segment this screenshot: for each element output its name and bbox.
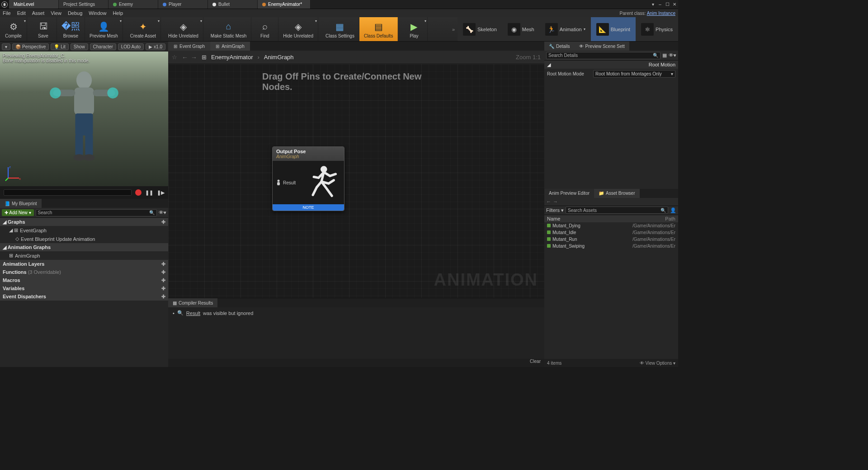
tab-details[interactable]: 🔧 Details — [544, 42, 575, 51]
output-pose-node[interactable]: Output Pose AnimGraph Result NOTE — [272, 146, 344, 211]
vp-perspective[interactable]: 📦 Perspective — [12, 43, 49, 50]
vp-speed[interactable]: ▶ x1.0 — [146, 43, 165, 50]
tab-animgraph[interactable]: ⊞ AnimGraph — [210, 42, 250, 51]
asset-search[interactable]: Search Assets🔍 — [566, 207, 668, 214]
section-dispatchers[interactable]: Event Dispatchers✚ — [0, 292, 168, 301]
section-anim-graphs[interactable]: ◢ Animation Graphs — [0, 243, 168, 251]
menu-view[interactable]: View — [51, 10, 61, 16]
my-blueprint-tab[interactable]: 📘 My Blueprint — [0, 199, 42, 208]
viewport[interactable]: Previewing EnemyAnimator_C. Bone manipul… — [0, 52, 168, 186]
add-variable-icon[interactable]: ✚ — [161, 286, 165, 291]
tab-project-settings[interactable]: Project Settings — [59, 0, 108, 9]
save-button[interactable]: 🖫Save — [30, 17, 57, 41]
nav-back[interactable]: ← — [546, 199, 551, 204]
asset-row[interactable]: Mutant_Dying/Game/Animations/Er — [544, 222, 678, 229]
eye-icon[interactable]: 👁▾ — [159, 210, 166, 216]
mode-mesh[interactable]: ◉Mesh — [502, 17, 540, 41]
tab-event-graph[interactable]: ⊞ Event Graph — [168, 42, 210, 51]
tab-mainlevel[interactable]: MainLevel — [9, 0, 59, 9]
details-search[interactable]: Search Details🔍 — [546, 52, 660, 59]
clear-button[interactable]: Clear — [530, 359, 541, 367]
item-event-update-anim[interactable]: ◇ Event Blueprint Update Animation — [0, 235, 168, 243]
play-button[interactable]: ▾▶Play — [401, 17, 428, 41]
timeline-track[interactable] — [4, 189, 132, 196]
maximize-icon[interactable]: ☐ — [664, 0, 671, 9]
bc-root[interactable]: EnemyAnimator — [211, 54, 253, 61]
chevron-down-icon[interactable]: ▾ — [649, 0, 656, 9]
tab-preview-scene[interactable]: 👁 Preview Scene Sett — [575, 42, 629, 51]
section-macros[interactable]: Macros✚ — [0, 276, 168, 284]
vp-lit[interactable]: 💡 Lit — [51, 43, 69, 50]
asset-row[interactable]: Mutant_Idle/Game/Animations/Er — [544, 229, 678, 236]
tab-asset-browser[interactable]: 📁 Asset Browser — [594, 189, 639, 198]
nav-fwd[interactable]: → — [553, 199, 558, 204]
close-icon[interactable]: ✕ — [671, 0, 678, 9]
find-button[interactable]: ⌕Find — [251, 17, 278, 41]
section-anim-layers[interactable]: Animation Layers✚ — [0, 260, 168, 268]
add-layer-icon[interactable]: ✚ — [161, 261, 165, 267]
filters-button[interactable]: Filters ▾ — [546, 207, 564, 213]
root-motion-section[interactable]: ◢ Root Motion — [544, 61, 678, 69]
graph-canvas[interactable]: Drag Off Pins to Create/Connect New Node… — [168, 64, 544, 298]
nav-fwd[interactable]: → — [191, 54, 197, 61]
step-button[interactable]: ❚▶ — [157, 190, 165, 196]
parent-class-link[interactable]: Anim Instance — [647, 11, 675, 16]
compile-button[interactable]: ▾⚙Compile — [0, 17, 27, 41]
item-eventgraph[interactable]: ◢ ⊞ EventGraph — [0, 226, 168, 235]
menu-help[interactable]: Help — [113, 10, 123, 16]
mode-animation[interactable]: 🏃Animation▾ — [540, 17, 591, 41]
add-new-button[interactable]: ✚ Add New ▾ — [2, 209, 34, 216]
add-dispatcher-icon[interactable]: ✚ — [161, 294, 165, 300]
result-pin[interactable]: Result — [273, 179, 299, 186]
minimize-icon[interactable]: – — [656, 0, 664, 9]
create-asset-button[interactable]: ▾✦Create Asset — [126, 17, 161, 41]
tab-enemyanimator[interactable]: EnemyAnimator* — [258, 0, 311, 9]
eye-icon[interactable]: 👁▾ — [669, 52, 676, 58]
section-functions[interactable]: Functions (3 Overridable)✚ — [0, 268, 168, 276]
favorite-icon[interactable]: ☆ — [172, 54, 177, 61]
section-graphs[interactable]: ◢ Graphs✚ — [0, 218, 168, 226]
section-variables[interactable]: Variables✚ — [0, 284, 168, 292]
make-static-mesh-button[interactable]: ⌂Make Static Mesh — [206, 17, 251, 41]
hide-unrelated-button[interactable]: ▾◈Hide Unrelated — [164, 17, 203, 41]
menu-window[interactable]: Window — [89, 10, 106, 16]
compiler-results-tab[interactable]: ▦ Compiler Results — [168, 298, 217, 307]
svg-rect-8 — [75, 134, 83, 156]
pause-button[interactable]: ❚❚ — [145, 190, 153, 196]
mode-skeleton[interactable]: 🦴Skeleton — [458, 17, 502, 41]
grid-icon[interactable]: ▦ — [662, 52, 667, 58]
tab-anim-preview-editor[interactable]: Anim Preview Editor — [544, 189, 594, 198]
tab-enemy[interactable]: Enemy — [108, 0, 158, 9]
menu-edit[interactable]: Edit — [17, 10, 26, 16]
add-graph-icon[interactable]: ✚ — [161, 219, 165, 225]
asset-row[interactable]: Mutant_Run/Game/Animations/Er — [544, 236, 678, 243]
person-icon[interactable]: 👤 — [670, 207, 676, 213]
class-settings-button[interactable]: ▦Class Settings — [321, 17, 359, 41]
vp-character[interactable]: Character — [90, 43, 116, 50]
add-function-icon[interactable]: ✚ — [161, 269, 165, 275]
class-defaults-button[interactable]: ▤Class Defaults — [359, 17, 398, 41]
root-motion-mode-select[interactable]: Root Motion from Montages Only▾ — [593, 70, 675, 78]
menu-asset[interactable]: Asset — [32, 10, 45, 16]
asset-header[interactable]: NamePath — [544, 215, 678, 222]
menu-file[interactable]: File — [3, 10, 11, 16]
item-animgraph[interactable]: ⊞ AnimGraph — [0, 251, 168, 260]
add-macro-icon[interactable]: ✚ — [161, 277, 165, 283]
hide-unrelated-button-2[interactable]: ▾◈Hide Unrelated — [278, 17, 318, 41]
menu-debug[interactable]: Debug — [68, 10, 82, 16]
bc-leaf[interactable]: AnimGraph — [264, 54, 294, 61]
preview-mesh-button[interactable]: ▾👤Preview Mesh — [85, 17, 123, 41]
blueprint-search[interactable]: Search🔍 — [36, 209, 157, 216]
nav-back[interactable]: ← — [182, 54, 188, 61]
mode-blueprint[interactable]: 📐Blueprint — [591, 17, 636, 41]
vp-menu[interactable]: ▾ — [2, 43, 10, 50]
browse-button[interactable]: �照Browse — [57, 17, 85, 41]
tab-bullet[interactable]: Bullet — [208, 0, 258, 9]
view-options[interactable]: 👁 View Options ▾ — [640, 361, 675, 366]
tab-player[interactable]: Player — [158, 0, 208, 9]
mode-physics[interactable]: ⚛Physics — [636, 17, 678, 41]
vp-show[interactable]: Show — [71, 43, 88, 50]
vp-lod[interactable]: LOD Auto — [118, 43, 144, 50]
asset-row[interactable]: Mutant_Swiping/Game/Animations/Er — [544, 243, 678, 249]
record-button[interactable] — [135, 189, 142, 196]
